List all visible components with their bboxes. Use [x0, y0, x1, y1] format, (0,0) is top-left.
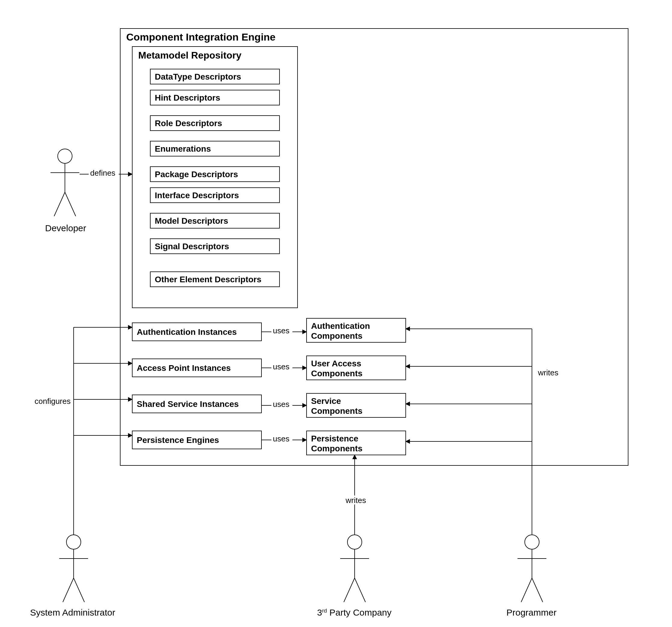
label-configures: configures — [34, 397, 71, 406]
svg-line-51 — [344, 578, 355, 602]
inst-0: Authentication Instances — [137, 327, 237, 336]
desc-4: Package Descriptors — [155, 170, 238, 179]
desc-2: Role Descriptors — [155, 119, 222, 128]
desc-5: Interface Descriptors — [155, 191, 239, 200]
actor-thirdparty: 3rd Party Company — [317, 535, 391, 618]
label-uses-3: uses — [273, 434, 289, 443]
comp-2-l2: Components — [311, 406, 362, 416]
actor-programmer: Programmer — [506, 535, 557, 618]
svg-line-41 — [54, 192, 65, 216]
repo-title: Metamodel Repository — [138, 50, 241, 61]
svg-line-42 — [65, 192, 76, 216]
svg-line-57 — [532, 578, 543, 602]
actor-developer: Developer — [45, 149, 86, 233]
desc-0: DataType Descriptors — [155, 72, 241, 81]
svg-line-46 — [63, 578, 74, 602]
thirdparty-post: Party Company — [327, 607, 391, 618]
comp-3-l1: Persistence — [311, 434, 358, 443]
desc-8: Other Element Descriptors — [155, 275, 262, 284]
desc-3: Enumerations — [155, 144, 211, 153]
svg-line-47 — [74, 578, 85, 602]
desc-7: Signal Descriptors — [155, 242, 229, 251]
label-writes-bottom: writes — [345, 496, 366, 505]
svg-point-38 — [58, 149, 72, 164]
inst-1: Access Point Instances — [137, 363, 231, 373]
label-defines: defines — [90, 169, 115, 177]
inst-2: Shared Service Instances — [137, 399, 239, 409]
thirdparty-pre: 3 — [317, 607, 322, 618]
desc-6: Model Descriptors — [155, 216, 228, 226]
thirdparty-sup: rd — [322, 608, 327, 614]
engine-title: Component Integration Engine — [126, 31, 275, 43]
writes-bottom-group: writes — [344, 455, 370, 534]
comp-0-l2: Components — [311, 331, 362, 341]
svg-line-56 — [521, 578, 532, 602]
svg-point-43 — [66, 535, 81, 549]
diagram-canvas: Component Integration Engine Metamodel R… — [0, 0, 672, 627]
configures-group: configures — [34, 327, 132, 534]
label-uses-1: uses — [273, 362, 289, 371]
actor-sysadmin-label: System Administrator — [30, 607, 115, 618]
comp-1-l1: User Access — [311, 359, 361, 368]
desc-1: Hint Descriptors — [155, 93, 220, 102]
svg-point-53 — [525, 535, 539, 549]
actor-sysadmin: System Administrator — [30, 535, 115, 618]
label-uses-0: uses — [273, 326, 289, 335]
label-uses-2: uses — [273, 400, 289, 409]
comp-3-l2: Components — [311, 444, 362, 453]
comp-2-l1: Service — [311, 396, 341, 406]
label-writes-right: writes — [538, 368, 558, 377]
comp-1-l2: Components — [311, 369, 362, 378]
inst-3: Persistence Engines — [137, 435, 219, 445]
actor-programmer-label: Programmer — [506, 607, 557, 618]
comp-0-l1: Authentication — [311, 321, 370, 331]
actor-developer-label: Developer — [45, 223, 86, 233]
svg-line-52 — [355, 578, 365, 602]
actor-thirdparty-label: 3rd Party Company — [317, 607, 391, 618]
svg-point-48 — [347, 535, 362, 549]
